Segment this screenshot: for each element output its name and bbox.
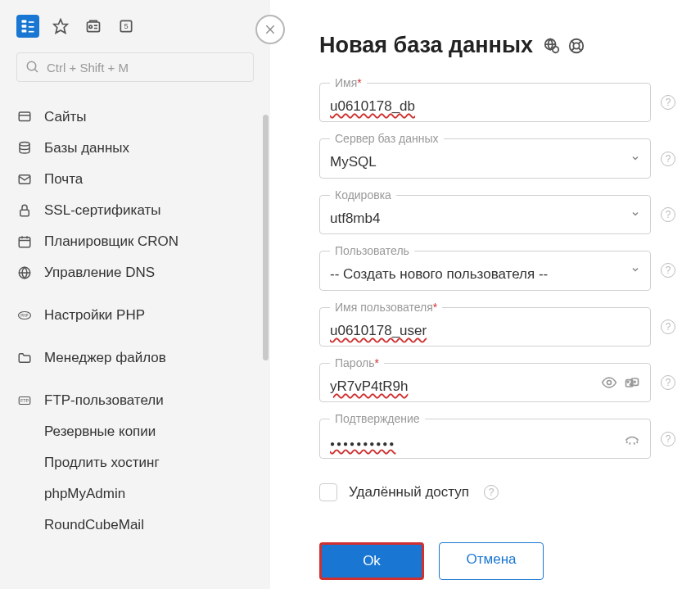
sidebar-item-databases[interactable]: Базы данных: [16, 133, 254, 164]
confirm-label: Подтверждение: [330, 412, 425, 425]
username-label: Имя пользователя*: [330, 301, 442, 314]
close-icon: [264, 23, 277, 36]
svg-marker-6: [54, 20, 68, 34]
name-label: Имя*: [330, 76, 367, 89]
ok-button[interactable]: Ok: [319, 542, 424, 580]
sidebar-item-files[interactable]: Менеджер файлов: [16, 342, 254, 374]
badge-icon[interactable]: [82, 15, 105, 38]
svg-line-43: [626, 441, 627, 443]
globe-icon: [16, 265, 33, 281]
database-icon: [16, 140, 33, 156]
remote-label: Удалённый доступ: [349, 484, 469, 501]
php-icon: PHP: [16, 307, 33, 324]
svg-point-40: [627, 381, 629, 383]
svg-point-11: [27, 61, 36, 70]
folder-icon: [16, 350, 33, 366]
sidebar-item-sites[interactable]: Сайты: [16, 102, 254, 133]
user-value: -- Создать нового пользователя --: [330, 266, 640, 283]
encoding-value: utf8mb4: [330, 211, 640, 227]
confirm-field[interactable]: Подтверждение ●●●●●●●●●●: [319, 419, 651, 458]
dice-icon[interactable]: [624, 374, 640, 391]
eye-closed-icon[interactable]: [624, 431, 640, 447]
sites-icon: [16, 109, 33, 125]
star-icon[interactable]: [49, 15, 72, 38]
svg-rect-3: [29, 21, 34, 23]
sidebar-item-extend[interactable]: Продлить хостинг: [16, 447, 254, 478]
sidebar-item-dns[interactable]: Управление DNS: [16, 257, 254, 288]
svg-rect-0: [22, 20, 27, 23]
password-field[interactable]: Пароль* yR7vP4tR9h: [319, 363, 651, 402]
help-icon[interactable]: ?: [484, 485, 499, 500]
sidebar-label: Настройки PHP: [44, 307, 145, 324]
sidebar-item-roundcube[interactable]: RoundCubeMail: [16, 510, 254, 541]
sidebar-item-ssl[interactable]: SSL-сертификаты: [16, 195, 254, 226]
help-icon[interactable]: ?: [661, 432, 675, 446]
server-select[interactable]: Сервер баз данных MySQL: [319, 138, 651, 178]
sidebar-item-cron[interactable]: Планировщик CRON: [16, 226, 254, 257]
sidebar-item-php[interactable]: PHP Настройки PHP: [16, 300, 254, 331]
search-input[interactable]: Ctrl + Shift + M: [16, 52, 254, 82]
sidebar-label: phpMyAdmin: [44, 486, 125, 502]
close-button[interactable]: [255, 15, 285, 44]
sidebar-label: Почта: [44, 171, 83, 188]
svg-rect-2: [22, 29, 27, 32]
cancel-button[interactable]: Отмена: [439, 542, 544, 580]
sidebar-label: Резервные копии: [44, 424, 156, 440]
nav-icon-tree[interactable]: [16, 15, 39, 38]
chevron-down-icon: [630, 207, 640, 222]
username-value: u0610178_user: [330, 323, 427, 338]
sidebar-item-mail[interactable]: Почта: [16, 164, 254, 195]
svg-rect-17: [20, 210, 29, 216]
scrollbar[interactable]: [263, 115, 269, 508]
help-icon[interactable]: ?: [661, 152, 675, 166]
chevron-down-icon: [630, 152, 640, 166]
svg-text:5: 5: [124, 22, 128, 30]
encoding-select[interactable]: Кодировка utf8mb4: [319, 195, 651, 234]
user-select[interactable]: Пользователь -- Создать нового пользоват…: [319, 251, 651, 290]
sidebar-label: Базы данных: [44, 140, 129, 156]
help-icon[interactable]: ?: [661, 375, 675, 390]
sidebar-label: Сайты: [44, 109, 86, 125]
svg-line-46: [637, 441, 638, 443]
sidebar-label: Управление DNS: [44, 265, 155, 281]
svg-point-15: [20, 143, 29, 147]
svg-point-42: [635, 381, 636, 383]
help-icon[interactable]: ?: [661, 95, 675, 110]
svg-text:FTP: FTP: [20, 398, 29, 403]
svg-line-36: [579, 48, 582, 51]
svg-rect-13: [19, 112, 30, 121]
sidebar-label: FTP-пользователи: [44, 392, 164, 409]
sidebar-item-ftp[interactable]: FTP FTP-пользователи: [16, 385, 254, 416]
sidebar-label: Планировщик CRON: [44, 233, 178, 250]
help-icon[interactable]: ?: [661, 319, 675, 334]
username-field[interactable]: Имя пользователя* u0610178_user: [319, 307, 651, 347]
user-label: Пользователь: [330, 244, 414, 257]
globe-settings-icon[interactable]: [543, 37, 561, 55]
page-title: Новая база данных: [319, 33, 675, 58]
name-field[interactable]: Имя* u0610178_db: [319, 83, 651, 122]
svg-text:PHP: PHP: [20, 314, 28, 318]
server-label: Сервер баз данных: [330, 132, 444, 145]
lifesaver-icon[interactable]: [567, 37, 585, 55]
server-value: MySQL: [330, 154, 640, 170]
remote-checkbox[interactable]: [319, 483, 337, 501]
svg-rect-4: [29, 26, 34, 28]
count-icon[interactable]: 5: [115, 15, 138, 38]
svg-point-41: [630, 384, 632, 386]
eye-icon[interactable]: [601, 374, 617, 391]
help-icon[interactable]: ?: [661, 263, 675, 278]
svg-line-12: [34, 69, 38, 72]
top-toolbar: 5: [16, 15, 254, 38]
svg-point-8: [89, 25, 92, 28]
chevron-down-icon: [630, 263, 640, 278]
help-icon[interactable]: ?: [661, 207, 675, 222]
svg-point-30: [553, 46, 558, 52]
sidebar-item-phpmyadmin[interactable]: phpMyAdmin: [16, 478, 254, 510]
sidebar-item-backups[interactable]: Резервные копии: [16, 416, 254, 447]
password-value: yR7vP4tR9h: [330, 378, 408, 394]
confirm-value: ●●●●●●●●●●: [330, 439, 395, 449]
svg-rect-1: [22, 25, 27, 27]
svg-rect-5: [29, 31, 34, 33]
search-icon: [25, 60, 40, 75]
encoding-label: Кодировка: [330, 188, 396, 202]
